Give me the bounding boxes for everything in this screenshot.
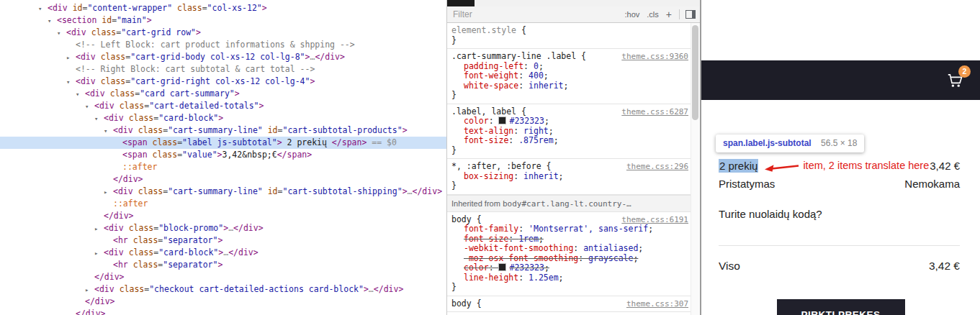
property-value[interactable]: #232323 [509, 262, 544, 273]
css-property[interactable]: color: #232323; [451, 263, 687, 273]
styles-filter-input[interactable] [451, 9, 618, 20]
styles-scrollbar[interactable] [691, 23, 700, 315]
css-property[interactable]: white-space: inherit; [451, 81, 687, 91]
checkout-button[interactable]: PIRKTI PREKES [777, 299, 905, 315]
dom-tree-row[interactable]: </div> [0, 173, 446, 186]
dom-tree-row[interactable]: </div> [0, 308, 446, 315]
property-value[interactable]: 400 [529, 70, 544, 81]
dom-tree-row[interactable]: ▾<div class="cart-summary-line" id="cart… [0, 124, 446, 137]
rule-selector[interactable]: body [451, 298, 472, 309]
property-value[interactable]: 0 [534, 61, 539, 71]
dom-tree-row[interactable]: ▸<div class="block-promo">…</div> [0, 222, 446, 234]
dom-tree-row[interactable]: <span class="label js-subtotal"> 2 preki… [0, 137, 446, 149]
property-value[interactable]: antialiased [583, 243, 638, 253]
css-source-link[interactable]: theme.css:296 [626, 162, 688, 172]
css-property[interactable]: font-family: 'Montserrat', sans-serif; [451, 224, 687, 234]
property-value[interactable]: grayscale [588, 253, 633, 263]
property-value[interactable]: 1rem [518, 234, 539, 244]
dom-tree-row[interactable]: ::after [0, 161, 446, 173]
dom-tree-row[interactable]: </div> [0, 296, 446, 308]
dom-tree-row[interactable]: <!-- Left Block: cart product informatio… [0, 39, 446, 51]
property-value[interactable]: 1.25em [529, 273, 559, 283]
promo-code-link[interactable]: Turite nuolaidų kodą? [719, 207, 822, 221]
rule-selector[interactable]: body [451, 214, 472, 224]
dom-tree-row[interactable]: ▾<div class="cart-detailed-totals"> [0, 100, 446, 112]
css-source-link[interactable]: theme.css:307 [626, 299, 688, 309]
dom-tree-row[interactable]: <hr class="separator"> [0, 259, 446, 271]
collapse-arrow-icon[interactable]: ▾ [76, 88, 85, 101]
dom-tree-row[interactable]: ▾<div class="cart-grid row"> [0, 27, 446, 39]
dom-tree-row[interactable]: ▾<div class="card-block"> [0, 112, 446, 124]
property-value[interactable]: 'Montserrat', sans-serif [529, 224, 648, 234]
property-name[interactable]: color [464, 116, 489, 126]
property-name[interactable]: font-size [464, 135, 508, 145]
element-class-toggle[interactable]: .cls [647, 10, 659, 19]
dom-tree-row[interactable]: </div> [0, 210, 446, 222]
css-property[interactable]: -webkit-font-smoothing: antialiased; [451, 244, 687, 254]
dom-tree-row[interactable]: ▸<div class="cart-grid-body col-xs-12 co… [0, 51, 446, 63]
css-source-link[interactable]: theme.css:6191 [621, 215, 688, 225]
collapse-arrow-icon[interactable]: ▾ [66, 76, 76, 88]
color-swatch[interactable] [498, 117, 506, 124]
property-value[interactable]: inherit [523, 171, 558, 181]
collapse-arrow-icon[interactable]: ▾ [48, 15, 57, 27]
dom-tree-row[interactable]: ::after [0, 198, 446, 210]
dom-tree-row[interactable]: ▾<section id="main"> [0, 14, 446, 27]
css-source-link[interactable]: theme.css:6287 [621, 107, 688, 117]
property-value[interactable]: .875rem [518, 135, 553, 145]
property-name[interactable]: font-size [464, 234, 508, 244]
collapse-arrow-icon[interactable]: ▾ [104, 125, 113, 137]
dom-tree-row[interactable]: <!-- Right Block: cart subtotal & cart t… [0, 63, 446, 76]
property-name[interactable]: line-height [464, 273, 518, 283]
rule-selector[interactable]: element.style [451, 25, 516, 35]
dom-tree-row[interactable]: ▸<div class="checkout cart-detailed-acti… [0, 283, 446, 296]
css-property[interactable]: padding-left: 0; [451, 62, 687, 72]
css-property[interactable]: text-align: right; [451, 127, 687, 137]
css-property[interactable]: font-size: 1rem; [451, 234, 687, 245]
collapse-arrow-icon[interactable]: ▾ [94, 113, 104, 125]
rule-selector[interactable]: *, :after, :before [451, 161, 541, 171]
expand-arrow-icon[interactable]: ▸ [104, 186, 113, 198]
dom-tree-row[interactable]: ▾<div class="card cart-summary"> [0, 88, 446, 100]
color-swatch[interactable] [498, 263, 506, 271]
expand-arrow-icon[interactable]: ▸ [66, 52, 76, 64]
dom-tree-row[interactable]: ▸<div class="cart-summary-line" id="cart… [0, 186, 446, 198]
new-style-rule-button[interactable]: + [666, 9, 672, 20]
expand-arrow-icon[interactable]: ▸ [94, 223, 104, 235]
rule-selector[interactable]: .label, label [451, 106, 516, 117]
dom-tree-row[interactable]: <hr class="separator"> [0, 234, 446, 247]
property-name[interactable]: text-align [464, 126, 513, 136]
css-property[interactable]: -moz-osx-font-smoothing: grayscale; [451, 254, 687, 264]
property-name[interactable]: color [464, 262, 489, 273]
property-name[interactable]: -webkit-font-smoothing [464, 243, 573, 253]
property-name[interactable]: font-weight [464, 70, 518, 81]
css-property[interactable]: color: #232323; [451, 117, 687, 127]
property-name[interactable]: -moz-osx-font-smoothing [464, 253, 578, 263]
property-name[interactable]: padding-left [464, 61, 523, 71]
dom-tree-row[interactable]: <span class="value">3,42&nbsp;€</span> [0, 149, 446, 161]
sidebar-panel-icon[interactable] [685, 10, 696, 19]
property-name[interactable]: white-space [464, 81, 518, 91]
css-property[interactable]: line-height: 1.25em; [451, 273, 687, 283]
dom-tree-row[interactable]: </div> [0, 271, 446, 283]
scrollbar-thumb[interactable] [692, 25, 698, 120]
collapse-arrow-icon[interactable]: ▾ [85, 101, 94, 113]
property-name[interactable]: font-family [464, 224, 518, 234]
dom-tree-row[interactable]: ▸<div class="card-block">…</div> [0, 247, 446, 259]
collapse-arrow-icon[interactable]: ▾ [38, 3, 48, 15]
css-source-link[interactable]: theme.css:9360 [621, 52, 688, 62]
property-value[interactable]: #232323 [509, 116, 544, 126]
css-property[interactable]: font-size: .875rem; [451, 136, 687, 146]
rule-selector[interactable]: .cart-summary-line .label [451, 51, 576, 61]
css-property[interactable]: font-weight: 400; [451, 71, 687, 81]
pseudo-state-toggle[interactable]: :hov [625, 10, 640, 19]
expand-arrow-icon[interactable]: ▸ [94, 247, 104, 260]
dom-tree-row[interactable]: ▾<div id="content-wrapper" class="col-xs… [0, 2, 446, 14]
property-value[interactable]: inherit [529, 81, 563, 91]
inherited-node-link[interactable]: body#cart.lang-lt.country-… [503, 199, 631, 209]
property-name[interactable]: box-sizing [464, 171, 513, 181]
css-property[interactable]: box-sizing: inherit; [451, 172, 687, 182]
property-value[interactable]: right [523, 126, 549, 136]
dom-tree-row[interactable]: ▾<div class="cart-grid-right col-xs-12 c… [0, 76, 446, 88]
expand-arrow-icon[interactable]: ▸ [85, 284, 94, 296]
